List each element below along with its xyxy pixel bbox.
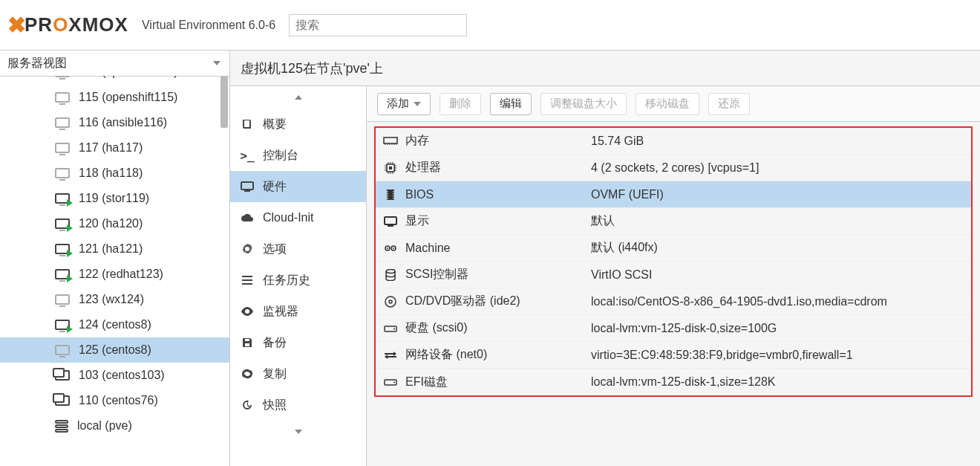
svg-point-14 <box>389 300 392 303</box>
hw-key: 处理器 <box>405 160 591 175</box>
sidetab-硬件[interactable]: 硬件 <box>230 171 366 202</box>
breadcrumb: 虚拟机125在节点'pve'上 <box>230 51 980 86</box>
tree-item-123[interactable]: 123 (wx124) <box>0 287 229 312</box>
sidetab-任务历史[interactable]: 任务历史 <box>230 265 366 296</box>
hw-row-硬盘 (scsi0)[interactable]: 硬盘 (scsi0)local-lvm:vm-125-disk-0,size=1… <box>376 315 971 342</box>
hw-row-处理器[interactable]: 处理器4 (2 sockets, 2 cores) [vcpus=1] <box>376 155 971 181</box>
tree-item-125[interactable]: 125 (centos8) <box>0 337 229 363</box>
sync-icon <box>241 368 254 380</box>
hw-row-BIOS[interactable]: BIOSOVMF (UEFI) <box>376 181 971 208</box>
chevron-down-icon <box>414 102 421 106</box>
sidetab-控制台[interactable]: >_控制台 <box>230 140 366 171</box>
net-icon <box>376 351 405 360</box>
add-button[interactable]: 添加 <box>377 93 431 115</box>
monitor-icon <box>241 181 254 192</box>
svg-point-12 <box>386 269 395 273</box>
hw-row-Machine[interactable]: Machine默认 (i440fx) <box>376 235 971 262</box>
hw-value: 默认 (i440fx) <box>591 240 971 256</box>
list-icon <box>241 275 254 285</box>
resource-tree: 114 (openshift114)115 (openshift115)116 … <box>0 76 229 439</box>
tree-item-115[interactable]: 115 (openshift115) <box>0 85 229 110</box>
sidetab-scroll-down[interactable] <box>230 421 366 443</box>
hw-value: 4 (2 sockets, 2 cores) [vcpus=1] <box>591 161 971 175</box>
delete-button[interactable]: 删除 <box>440 93 481 115</box>
book-icon <box>241 118 254 130</box>
hw-row-EFI磁盘[interactable]: EFI磁盘local-lvm:vm-125-disk-1,size=128K <box>376 369 971 395</box>
sidetab-选项[interactable]: 选项 <box>230 233 366 265</box>
tree-item-103[interactable]: 103 (centos103) <box>0 363 229 388</box>
tree-item-119[interactable]: 119 (stor119) <box>0 186 229 211</box>
svg-rect-4 <box>389 166 392 169</box>
sidetab-label: 硬件 <box>263 179 287 195</box>
vm-icon <box>55 143 70 153</box>
tree-item-114[interactable]: 114 (openshift114) <box>0 76 229 85</box>
vm-icon <box>55 219 70 229</box>
tree-item-116[interactable]: 116 (ansible116) <box>0 110 229 135</box>
hw-value: virtio=3E:C9:48:59:38:F9,bridge=vmbr0,fi… <box>591 349 971 362</box>
view-selector[interactable]: 服务器视图 <box>0 50 230 77</box>
storage-icon <box>55 420 68 433</box>
move-disk-button[interactable]: 移动磁盘 <box>636 93 699 115</box>
tree-item-label: 110 (centos76) <box>79 394 158 407</box>
hw-row-SCSI控制器[interactable]: SCSI控制器VirtIO SCSI <box>376 262 971 288</box>
tree-item-122[interactable]: 122 (redhat123) <box>0 262 229 287</box>
sidetab-概要[interactable]: 概要 <box>230 109 366 140</box>
edit-button[interactable]: 编辑 <box>490 93 532 115</box>
top-bar: ✖ PROXMOX Virtual Environment 6.0-6 <box>0 0 980 51</box>
hw-value: local:iso/CentOS-8-x86_64-1905-dvd1.iso,… <box>591 295 971 308</box>
tree-item-label: 120 (ha120) <box>79 217 143 230</box>
sidetab-scroll-up[interactable] <box>230 86 366 109</box>
sidetab-快照[interactable]: 快照 <box>230 389 366 421</box>
hw-key: Machine <box>405 242 591 255</box>
sidetab-label: Cloud-Init <box>263 211 313 224</box>
tree-item-120[interactable]: 120 (ha120) <box>0 211 229 236</box>
hdd-icon <box>376 378 405 386</box>
sidetab-复制[interactable]: 复制 <box>230 358 366 389</box>
vm-icon <box>55 244 70 254</box>
sidetab-label: 快照 <box>263 398 287 413</box>
svg-point-13 <box>385 297 396 307</box>
save-icon <box>241 337 254 349</box>
gear-icon <box>241 243 254 255</box>
tree-item-118[interactable]: 118 (ha118) <box>0 161 229 186</box>
logo-text-post: XMOX <box>68 13 128 36</box>
tree-item-124[interactable]: 124 (centos8) <box>0 312 229 337</box>
vm-icon <box>55 345 70 355</box>
sidetab-监视器[interactable]: 监视器 <box>230 296 366 327</box>
hw-value: OVMF (UEFI) <box>591 188 971 201</box>
tree-item-121[interactable]: 121 (ha121) <box>0 236 229 262</box>
sidetab-label: 选项 <box>263 242 287 257</box>
tree-item-label: 117 (ha117) <box>79 141 143 155</box>
hardware-toolbar: 添加 删除 编辑 调整磁盘大小 移动磁盘 还原 <box>367 86 980 122</box>
hw-row-显示[interactable]: 显示默认 <box>376 208 971 235</box>
vm-icon <box>55 193 70 204</box>
vm-icon <box>55 92 70 103</box>
hw-row-内存[interactable]: 内存15.74 GiB <box>376 128 971 155</box>
svg-rect-2 <box>384 137 397 143</box>
hw-key: 网络设备 (net0) <box>405 347 591 363</box>
side-tabs: 概要>_控制台硬件Cloud-Init选项任务历史监视器备份复制快照 <box>230 86 367 466</box>
hw-key: EFI磁盘 <box>405 375 591 390</box>
logo-x-icon: ✖ <box>7 12 23 38</box>
revert-button[interactable]: 还原 <box>708 93 750 115</box>
sidetab-Cloud-Init[interactable]: Cloud-Init <box>230 202 366 233</box>
tree-item-117[interactable]: 117 (ha117) <box>0 135 229 161</box>
tree-scrollbar[interactable] <box>220 76 228 128</box>
tree-item-local[interactable]: local (pve) <box>0 413 229 439</box>
hw-row-网络设备 (net0)[interactable]: 网络设备 (net0)virtio=3E:C9:48:59:38:F9,brid… <box>376 342 971 369</box>
search-input[interactable] <box>289 14 467 36</box>
cpu-icon <box>376 161 405 175</box>
hw-key: BIOS <box>405 188 591 201</box>
tree-item-110[interactable]: 110 (centos76) <box>0 388 229 413</box>
hardware-table: 内存15.74 GiB处理器4 (2 sockets, 2 cores) [vc… <box>374 126 973 397</box>
hw-key: 硬盘 (scsi0) <box>405 320 591 336</box>
tree-item-label: 116 (ansible116) <box>79 116 167 129</box>
hw-value: local-lvm:vm-125-disk-1,size=128K <box>591 375 971 389</box>
tree-item-label: 124 (centos8) <box>79 318 151 331</box>
eye-icon <box>241 307 254 316</box>
version-label: Virtual Environment 6.0-6 <box>142 19 275 32</box>
search-box <box>289 14 467 36</box>
hw-row-CD/DVD驱动器 (ide2)[interactable]: CD/DVD驱动器 (ide2)local:iso/CentOS-8-x86_6… <box>376 288 971 315</box>
resize-disk-button[interactable]: 调整磁盘大小 <box>540 93 627 115</box>
sidetab-备份[interactable]: 备份 <box>230 327 366 358</box>
